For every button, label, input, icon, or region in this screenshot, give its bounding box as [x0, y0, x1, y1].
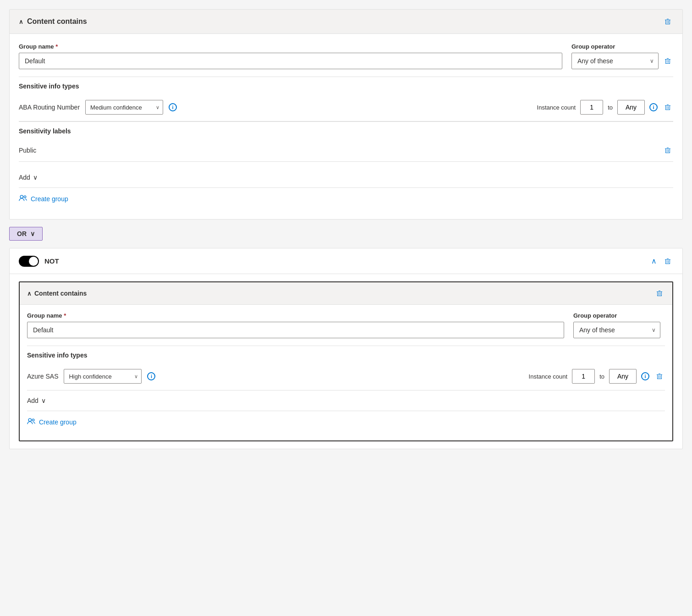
block1-sensitivity-labels-section: Sensitivity labels Public — [19, 121, 673, 167]
block1-add-row[interactable]: Add ∨ — [19, 167, 673, 188]
block1-instance-from-input[interactable] — [580, 100, 603, 115]
not-block: NOT ∧ ∧ Content contains — [9, 248, 683, 449]
block2-instance-count-label: Instance count — [529, 373, 568, 380]
not-toggle-slider — [19, 256, 39, 267]
block2-group-operator-dropdown-wrapper: Any of these All of these ∨ — [573, 322, 660, 338]
not-expand-button[interactable]: ∧ — [649, 255, 659, 267]
block1-body: Group name * Group operator Any of these… — [10, 34, 682, 219]
block1-to-label: to — [608, 104, 613, 111]
block1-sensitivity-labels-label: Sensitivity labels — [19, 127, 673, 135]
block1-add-label: Add — [19, 174, 30, 181]
collapse-icon-1[interactable]: ∧ — [19, 18, 23, 25]
svg-point-3 — [32, 419, 34, 421]
block1-title: ∧ Content contains — [19, 17, 87, 26]
block1-delete-button[interactable] — [662, 16, 673, 27]
block2-azure-sas-info-icon[interactable]: i — [147, 372, 155, 380]
block2-required-star: * — [64, 312, 66, 319]
block2-sensitive-label: Sensitive info types — [27, 346, 665, 363]
or-button-chevron-icon: ∨ — [30, 230, 35, 237]
block2-instance-info-icon[interactable]: i — [641, 372, 649, 380]
not-label: NOT — [44, 257, 59, 265]
block1-header: ∧ Content contains — [10, 10, 682, 34]
not-delete-button[interactable] — [662, 256, 673, 267]
block1-public-delete-button[interactable] — [662, 145, 673, 156]
block2-sensitive-section: Sensitive info types Azure SAS Low confi… — [27, 346, 665, 390]
block1-aba-row-left: ABA Routing Number Low confidence Medium… — [19, 100, 177, 115]
block2-form-row: Group name * Group operator Any of these — [27, 312, 665, 338]
block2-to-label: to — [599, 373, 604, 380]
block2-add-label: Add — [27, 397, 38, 404]
block2-group-operator-select[interactable]: Any of these All of these — [573, 322, 660, 338]
block1-aba-info-icon[interactable]: i — [169, 103, 177, 111]
block1-public-row: Public — [19, 139, 673, 162]
block1-group-operator-select[interactable]: Any of these All of these — [571, 53, 659, 69]
block1-instance-info-icon[interactable]: i — [649, 103, 658, 111]
block2-create-group-label: Create group — [39, 418, 77, 426]
block1-group-name-group: Group name * — [19, 43, 562, 69]
block2-azure-sas-row-left: Azure SAS Low confidence Medium confiden… — [27, 369, 155, 384]
not-block-body: ∧ Content contains Group name — [10, 274, 682, 449]
not-toggle[interactable] — [19, 256, 39, 267]
block1-aba-row: ABA Routing Number Low confidence Medium… — [19, 94, 673, 121]
block2-add-row[interactable]: Add ∨ — [27, 390, 665, 411]
block2-create-group-row[interactable]: Create group — [27, 411, 665, 433]
svg-point-0 — [20, 195, 23, 198]
block1-aba-row-right: Instance count to i — [537, 100, 673, 115]
inner-content-title: ∧ Content contains — [27, 290, 87, 297]
not-header-left: NOT — [19, 256, 59, 267]
block1-instance-to-input[interactable] — [617, 100, 645, 115]
not-block-header: NOT ∧ — [10, 248, 682, 274]
block1-create-group-label: Create group — [31, 195, 68, 203]
block1-operator-delete-button[interactable] — [662, 55, 673, 66]
block1-aba-delete-button[interactable] — [662, 102, 673, 113]
block2-confidence-select[interactable]: Low confidence Medium confidence High co… — [64, 369, 142, 384]
block2-instance-to-input[interactable] — [609, 369, 637, 384]
or-button-label: OR — [17, 230, 27, 237]
block2-confidence-wrapper: Low confidence Medium confidence High co… — [64, 369, 142, 384]
block1-form-row: Group name * Group operator Any of these… — [19, 43, 673, 69]
not-expand-icon: ∧ — [651, 257, 657, 265]
svg-point-1 — [24, 196, 26, 198]
block2-instance-from-input[interactable] — [572, 369, 595, 384]
or-button[interactable]: OR ∨ — [9, 227, 43, 241]
block2-group-name-input[interactable] — [27, 322, 564, 338]
block1-group-operator-group: Group operator Any of these All of these… — [571, 43, 673, 69]
not-toggle-knob — [29, 257, 38, 266]
block2-azure-sas-name: Azure SAS — [27, 373, 58, 380]
block2-people-icon — [27, 418, 35, 427]
inner-content-header: ∧ Content contains — [20, 282, 672, 305]
block2-group-name-label: Group name * — [27, 312, 564, 319]
inner-content-delete-button[interactable] — [654, 288, 665, 299]
block2-group-operator-label: Group operator — [573, 312, 665, 319]
block2-azure-sas-delete-button[interactable] — [654, 371, 665, 382]
block1-confidence-select[interactable]: Low confidence Medium confidence High co… — [85, 100, 163, 115]
content-contains-block-1: ∧ Content contains Group name * — [9, 9, 683, 220]
block1-group-operator-label: Group operator — [571, 43, 673, 50]
block2-azure-sas-row-right: Instance count to i — [529, 369, 665, 384]
or-button-wrapper: OR ∨ — [9, 227, 683, 241]
block1-sensitive-section: Sensitive info types ABA Routing Number … — [19, 77, 673, 121]
svg-point-2 — [28, 418, 31, 421]
inner-collapse-icon[interactable]: ∧ — [27, 290, 32, 297]
block2-group-name-group: Group name * — [27, 312, 564, 338]
block1-confidence-wrapper: Low confidence Medium confidence High co… — [85, 100, 163, 115]
block2-group-operator-group: Group operator Any of these All of these… — [573, 312, 665, 338]
block1-public-label: Public — [19, 147, 36, 154]
block1-people-icon — [19, 194, 27, 204]
block1-title-text: Content contains — [27, 17, 87, 26]
block1-add-chevron-icon: ∨ — [33, 174, 38, 181]
block1-sensitive-label: Sensitive info types — [19, 77, 673, 94]
not-header-right: ∧ — [649, 255, 673, 267]
inner-content-body: Group name * Group operator Any of these — [20, 305, 672, 440]
inner-content-block: ∧ Content contains Group name — [19, 281, 673, 441]
block1-group-name-input[interactable] — [19, 53, 562, 69]
block1-aba-name: ABA Routing Number — [19, 104, 80, 111]
block1-group-name-label: Group name * — [19, 43, 562, 50]
block1-group-operator-dropdown-wrapper: Any of these All of these ∨ — [571, 53, 659, 69]
inner-content-title-text: Content contains — [34, 290, 87, 297]
block1-required-star: * — [55, 43, 58, 50]
block2-azure-sas-row: Azure SAS Low confidence Medium confiden… — [27, 363, 665, 390]
block2-add-chevron-icon: ∨ — [41, 397, 46, 404]
block1-create-group-row[interactable]: Create group — [19, 188, 673, 210]
block1-instance-count-label: Instance count — [537, 104, 576, 111]
